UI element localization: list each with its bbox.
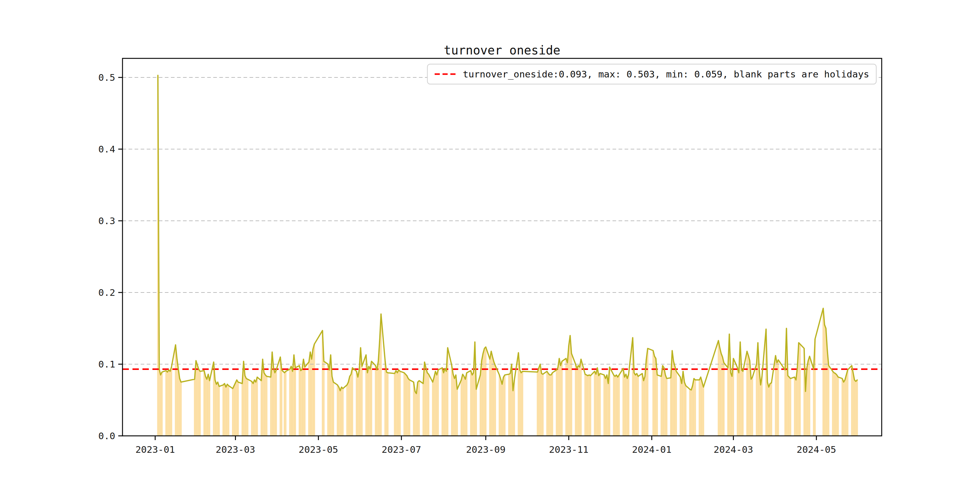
daily-turnover-bar bbox=[409, 380, 410, 436]
daily-turnover-bar bbox=[399, 371, 401, 436]
daily-turnover-bar bbox=[503, 377, 504, 436]
daily-turnover-bar bbox=[557, 368, 558, 436]
daily-turnover-bar bbox=[843, 382, 845, 436]
daily-turnover-bar bbox=[752, 377, 753, 436]
daily-turnover-bar bbox=[776, 363, 778, 436]
daily-turnover-bar bbox=[385, 361, 386, 436]
daily-turnover-bar bbox=[852, 373, 854, 436]
daily-turnover-bar bbox=[702, 382, 703, 436]
daily-turnover-bar bbox=[512, 391, 514, 436]
y-tick-label: 0.1 bbox=[98, 359, 115, 370]
daily-turnover-bar bbox=[339, 391, 341, 436]
daily-turnover-bar bbox=[624, 377, 625, 436]
daily-turnover-bar bbox=[227, 384, 228, 436]
daily-turnover-bar bbox=[633, 373, 635, 436]
y-tick-label: 0.5 bbox=[98, 72, 115, 83]
daily-turnover-bar bbox=[406, 375, 408, 436]
daily-turnover-bar bbox=[824, 325, 826, 436]
daily-turnover-bar bbox=[341, 387, 342, 436]
daily-turnover-bar bbox=[452, 374, 454, 436]
daily-turnover-bar bbox=[215, 380, 216, 436]
daily-turnover-bar bbox=[635, 375, 636, 436]
daily-turnover-bar bbox=[548, 374, 549, 436]
daily-turnover-bar bbox=[273, 368, 274, 436]
daily-turnover-bar bbox=[178, 368, 179, 436]
daily-turnover-bar bbox=[462, 374, 463, 436]
daily-turnover-bar bbox=[674, 366, 676, 436]
daily-turnover-bar bbox=[292, 371, 293, 436]
daily-turnover-bar bbox=[217, 382, 219, 436]
daily-turnover-bar bbox=[323, 361, 325, 436]
daily-turnover-bar bbox=[552, 373, 553, 436]
daily-turnover-bar bbox=[576, 368, 578, 436]
daily-turnover-bar bbox=[300, 371, 302, 436]
daily-turnover-bar bbox=[854, 380, 855, 436]
daily-turnover-bar bbox=[254, 380, 255, 436]
daily-turnover-bar bbox=[808, 361, 809, 436]
daily-turnover-bar bbox=[827, 350, 828, 436]
daily-turnover-bar bbox=[643, 381, 644, 436]
daily-turnover-bar bbox=[167, 372, 168, 436]
daily-turnover-bar bbox=[255, 382, 257, 436]
daily-turnover-bar bbox=[616, 375, 617, 436]
daily-turnover-bar bbox=[598, 375, 600, 436]
daily-turnover-bar bbox=[644, 376, 646, 436]
daily-turnover-bar bbox=[565, 358, 567, 436]
daily-turnover-bar bbox=[228, 386, 229, 436]
daily-turnover-bar bbox=[425, 368, 427, 436]
daily-turnover-bar bbox=[432, 382, 433, 436]
daily-turnover-bar bbox=[571, 353, 572, 436]
daily-turnover-bar bbox=[443, 373, 444, 436]
y-tick-label: 0.2 bbox=[98, 287, 115, 298]
daily-turnover-bar bbox=[275, 370, 277, 436]
daily-turnover-bar bbox=[619, 375, 620, 436]
daily-turnover-bar bbox=[855, 382, 857, 436]
daily-turnover-bar bbox=[395, 371, 397, 436]
daily-turnover-bar bbox=[737, 368, 738, 436]
daily-turnover-bar bbox=[349, 376, 350, 436]
daily-turnover-bar bbox=[570, 336, 571, 436]
daily-turnover-bar bbox=[263, 373, 265, 436]
daily-turnover-bar bbox=[795, 380, 797, 436]
daily-turnover-bar bbox=[660, 376, 662, 436]
daily-turnover-bar bbox=[595, 374, 597, 436]
daily-turnover-bar bbox=[357, 377, 359, 436]
daily-turnover-bar bbox=[405, 374, 406, 436]
daily-turnover-bar bbox=[253, 383, 254, 436]
daily-turnover-bar bbox=[404, 373, 405, 436]
daily-turnover-bar bbox=[224, 383, 225, 436]
daily-turnover-bar bbox=[436, 375, 438, 436]
daily-turnover-bar bbox=[346, 385, 348, 436]
daily-turnover-bar bbox=[159, 369, 160, 436]
daily-turnover-bar bbox=[386, 372, 387, 436]
daily-turnover-bar bbox=[835, 374, 836, 436]
daily-turnover-bar bbox=[673, 361, 674, 436]
daily-turnover-bar bbox=[681, 383, 682, 436]
daily-turnover-bar bbox=[567, 363, 568, 436]
daily-turnover-bar bbox=[556, 370, 557, 436]
daily-turnover-bar bbox=[495, 366, 496, 436]
legend: turnover_oneside:0.093, max: 0.503, min:… bbox=[427, 64, 876, 84]
daily-turnover-bar bbox=[692, 386, 693, 436]
daily-turnover-bar bbox=[767, 382, 768, 436]
daily-turnover-bar bbox=[499, 375, 500, 436]
daily-turnover-bar bbox=[312, 349, 313, 436]
x-tick-label: 2023-01 bbox=[135, 444, 175, 455]
y-tick-label: 0.3 bbox=[98, 215, 115, 226]
x-tick-label: 2023-09 bbox=[466, 444, 506, 455]
daily-turnover-bar bbox=[466, 373, 468, 436]
daily-turnover-bar bbox=[605, 379, 606, 436]
daily-turnover-bar bbox=[242, 383, 243, 436]
daily-turnover-bar bbox=[308, 362, 310, 436]
daily-turnover-bar bbox=[844, 380, 846, 436]
daily-turnover-bar bbox=[398, 370, 399, 436]
daily-turnover-bar bbox=[415, 393, 417, 436]
daily-turnover-bar bbox=[600, 374, 601, 436]
daily-turnover-bar bbox=[662, 366, 663, 436]
daily-turnover-bar bbox=[350, 374, 352, 436]
daily-turnover-bar bbox=[790, 379, 791, 436]
daily-turnover-bar bbox=[828, 366, 829, 436]
daily-turnover-bar bbox=[789, 377, 790, 436]
daily-turnover-bar bbox=[407, 379, 409, 436]
daily-turnover-bar bbox=[337, 385, 338, 436]
